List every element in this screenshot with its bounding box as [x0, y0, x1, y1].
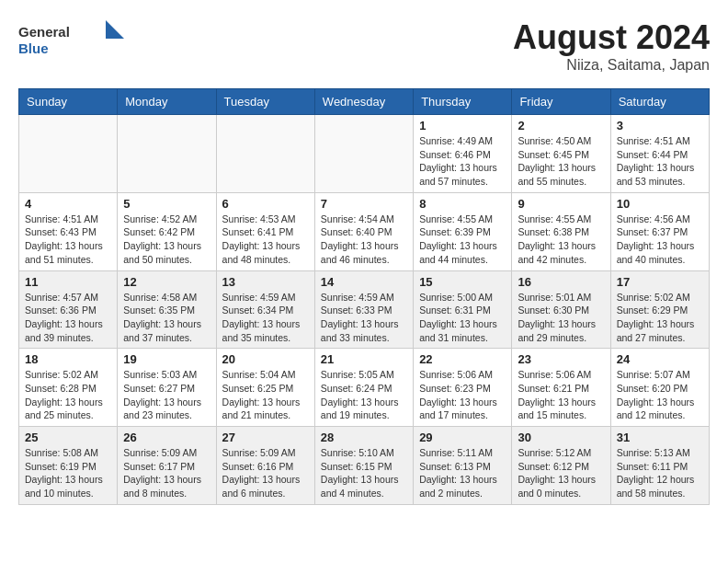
day-info: Sunrise: 5:02 AM Sunset: 6:29 PM Dayligh… — [617, 291, 703, 345]
day-info: Sunrise: 5:03 AM Sunset: 6:27 PM Dayligh… — [123, 368, 210, 422]
calendar-cell: 30Sunrise: 5:12 AM Sunset: 6:12 PM Dayli… — [512, 427, 610, 505]
day-number: 13 — [222, 275, 309, 289]
weekday-monday: Monday — [118, 89, 216, 115]
day-number: 23 — [518, 352, 604, 366]
day-info: Sunrise: 4:51 AM Sunset: 6:43 PM Dayligh… — [25, 213, 111, 267]
calendar-cell — [118, 115, 216, 193]
day-number: 19 — [123, 352, 210, 366]
calendar-cell: 21Sunrise: 5:05 AM Sunset: 6:24 PM Dayli… — [314, 349, 413, 427]
day-number: 31 — [617, 431, 703, 444]
calendar-cell: 12Sunrise: 4:58 AM Sunset: 6:35 PM Dayli… — [118, 270, 216, 349]
calendar-cell: 8Sunrise: 4:55 AM Sunset: 6:39 PM Daylig… — [414, 192, 512, 270]
day-number: 27 — [222, 431, 309, 444]
day-info: Sunrise: 4:55 AM Sunset: 6:38 PM Dayligh… — [518, 213, 604, 267]
day-info: Sunrise: 4:55 AM Sunset: 6:39 PM Dayligh… — [419, 213, 506, 267]
calendar-cell: 1Sunrise: 4:49 AM Sunset: 6:46 PM Daylig… — [414, 115, 512, 193]
day-number: 4 — [25, 197, 111, 211]
calendar-cell: 5Sunrise: 4:52 AM Sunset: 6:42 PM Daylig… — [118, 192, 216, 270]
weekday-header-row: SundayMondayTuesdayWednesdayThursdayFrid… — [19, 89, 710, 115]
month-year: August 2024 — [513, 18, 710, 57]
calendar-week-4: 25Sunrise: 5:08 AM Sunset: 6:19 PM Dayli… — [19, 427, 710, 505]
day-info: Sunrise: 4:49 AM Sunset: 6:46 PM Dayligh… — [419, 134, 506, 189]
day-number: 11 — [25, 275, 111, 289]
day-number: 20 — [222, 352, 309, 366]
calendar-cell — [19, 115, 118, 193]
day-info: Sunrise: 5:05 AM Sunset: 6:24 PM Dayligh… — [321, 368, 407, 422]
day-info: Sunrise: 4:57 AM Sunset: 6:36 PM Dayligh… — [25, 291, 111, 345]
calendar-cell: 11Sunrise: 4:57 AM Sunset: 6:36 PM Dayli… — [19, 270, 118, 349]
calendar-cell: 13Sunrise: 4:59 AM Sunset: 6:34 PM Dayli… — [216, 270, 314, 349]
page-header: General Blue August 2024 Niiza, Saitama,… — [18, 18, 710, 74]
calendar-week-0: 1Sunrise: 4:49 AM Sunset: 6:46 PM Daylig… — [19, 115, 710, 193]
day-info: Sunrise: 4:58 AM Sunset: 6:35 PM Dayligh… — [123, 291, 210, 345]
weekday-sunday: Sunday — [19, 89, 118, 115]
calendar-cell: 6Sunrise: 4:53 AM Sunset: 6:41 PM Daylig… — [216, 192, 314, 270]
day-number: 24 — [617, 352, 703, 366]
calendar-cell: 28Sunrise: 5:10 AM Sunset: 6:15 PM Dayli… — [314, 427, 413, 505]
day-info: Sunrise: 5:08 AM Sunset: 6:19 PM Dayligh… — [25, 446, 111, 500]
day-info: Sunrise: 5:09 AM Sunset: 6:17 PM Dayligh… — [123, 446, 210, 500]
day-number: 1 — [419, 119, 506, 132]
day-info: Sunrise: 5:11 AM Sunset: 6:13 PM Dayligh… — [419, 446, 506, 500]
day-info: Sunrise: 4:53 AM Sunset: 6:41 PM Dayligh… — [222, 213, 309, 267]
day-number: 7 — [321, 197, 407, 211]
day-number: 29 — [419, 431, 506, 444]
day-info: Sunrise: 5:09 AM Sunset: 6:16 PM Dayligh… — [222, 446, 309, 500]
day-info: Sunrise: 5:02 AM Sunset: 6:28 PM Dayligh… — [25, 368, 111, 422]
day-info: Sunrise: 5:13 AM Sunset: 6:11 PM Dayligh… — [617, 446, 703, 500]
day-number: 14 — [321, 275, 407, 289]
calendar-cell: 26Sunrise: 5:09 AM Sunset: 6:17 PM Dayli… — [118, 427, 216, 505]
logo-svg: General Blue — [18, 18, 129, 60]
title-block: August 2024 Niiza, Saitama, Japan — [513, 18, 710, 74]
day-number: 8 — [419, 197, 506, 211]
day-number: 6 — [222, 197, 309, 211]
calendar-cell — [314, 115, 413, 193]
weekday-thursday: Thursday — [414, 89, 512, 115]
calendar-cell: 18Sunrise: 5:02 AM Sunset: 6:28 PM Dayli… — [19, 349, 118, 427]
day-number: 10 — [617, 197, 703, 211]
calendar-cell: 17Sunrise: 5:02 AM Sunset: 6:29 PM Dayli… — [610, 270, 709, 349]
day-info: Sunrise: 5:06 AM Sunset: 6:23 PM Dayligh… — [419, 368, 506, 422]
day-info: Sunrise: 4:56 AM Sunset: 6:37 PM Dayligh… — [617, 213, 703, 267]
weekday-wednesday: Wednesday — [314, 89, 413, 115]
calendar-cell: 20Sunrise: 5:04 AM Sunset: 6:25 PM Dayli… — [216, 349, 314, 427]
day-number: 12 — [123, 275, 210, 289]
day-number: 2 — [518, 119, 604, 132]
calendar-cell: 25Sunrise: 5:08 AM Sunset: 6:19 PM Dayli… — [19, 427, 118, 505]
day-number: 28 — [321, 431, 407, 444]
calendar-cell: 31Sunrise: 5:13 AM Sunset: 6:11 PM Dayli… — [610, 427, 709, 505]
calendar-cell: 10Sunrise: 4:56 AM Sunset: 6:37 PM Dayli… — [610, 192, 709, 270]
day-info: Sunrise: 5:01 AM Sunset: 6:30 PM Dayligh… — [518, 291, 604, 345]
day-info: Sunrise: 5:04 AM Sunset: 6:25 PM Dayligh… — [222, 368, 309, 422]
calendar-cell: 24Sunrise: 5:07 AM Sunset: 6:20 PM Dayli… — [610, 349, 709, 427]
day-number: 5 — [123, 197, 210, 211]
calendar-week-2: 11Sunrise: 4:57 AM Sunset: 6:36 PM Dayli… — [19, 270, 710, 349]
weekday-tuesday: Tuesday — [216, 89, 314, 115]
weekday-saturday: Saturday — [610, 89, 709, 115]
svg-text:General: General — [18, 24, 70, 40]
day-number: 17 — [617, 275, 703, 289]
day-number: 21 — [321, 352, 407, 366]
location: Niiza, Saitama, Japan — [513, 57, 710, 74]
day-info: Sunrise: 5:06 AM Sunset: 6:21 PM Dayligh… — [518, 368, 604, 422]
day-number: 26 — [123, 431, 210, 444]
svg-text:Blue: Blue — [18, 40, 49, 56]
logo: General Blue — [18, 18, 129, 60]
day-number: 18 — [25, 352, 111, 366]
calendar-cell: 16Sunrise: 5:01 AM Sunset: 6:30 PM Dayli… — [512, 270, 610, 349]
day-info: Sunrise: 4:59 AM Sunset: 6:33 PM Dayligh… — [321, 291, 407, 345]
calendar-cell — [216, 115, 314, 193]
calendar-cell: 29Sunrise: 5:11 AM Sunset: 6:13 PM Dayli… — [414, 427, 512, 505]
day-info: Sunrise: 5:07 AM Sunset: 6:20 PM Dayligh… — [617, 368, 703, 422]
calendar-week-3: 18Sunrise: 5:02 AM Sunset: 6:28 PM Dayli… — [19, 349, 710, 427]
calendar-cell: 15Sunrise: 5:00 AM Sunset: 6:31 PM Dayli… — [414, 270, 512, 349]
weekday-friday: Friday — [512, 89, 610, 115]
svg-marker-1 — [106, 20, 124, 39]
calendar-cell: 27Sunrise: 5:09 AM Sunset: 6:16 PM Dayli… — [216, 427, 314, 505]
day-info: Sunrise: 4:52 AM Sunset: 6:42 PM Dayligh… — [123, 213, 210, 267]
calendar-cell: 23Sunrise: 5:06 AM Sunset: 6:21 PM Dayli… — [512, 349, 610, 427]
day-info: Sunrise: 4:50 AM Sunset: 6:45 PM Dayligh… — [518, 134, 604, 189]
day-info: Sunrise: 4:51 AM Sunset: 6:44 PM Dayligh… — [617, 134, 703, 189]
day-info: Sunrise: 4:59 AM Sunset: 6:34 PM Dayligh… — [222, 291, 309, 345]
day-info: Sunrise: 4:54 AM Sunset: 6:40 PM Dayligh… — [321, 213, 407, 267]
